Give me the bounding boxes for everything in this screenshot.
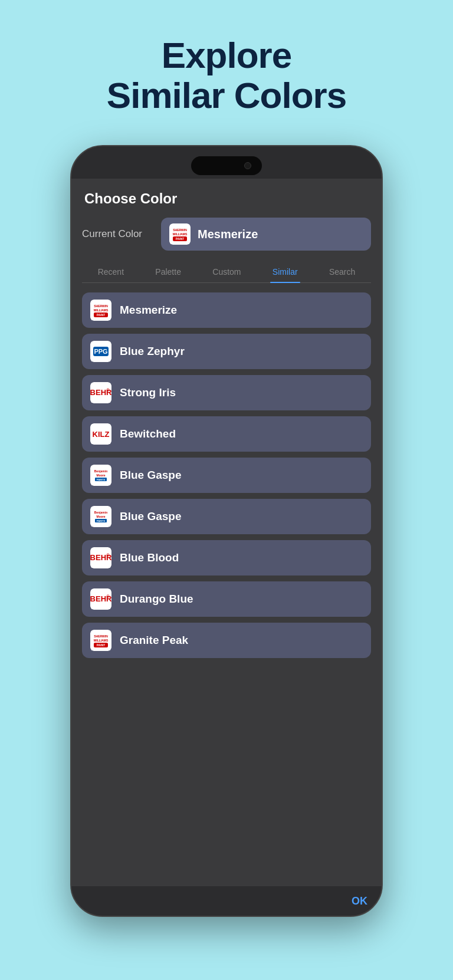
phone-screen: Choose Color Current Color SHERWIN WILLI… xyxy=(71,179,382,886)
ok-button[interactable]: OK xyxy=(352,895,367,907)
tab-recent[interactable]: Recent xyxy=(96,262,126,282)
svg-text:®: ® xyxy=(106,594,110,598)
svg-text:Moore: Moore xyxy=(97,473,106,477)
svg-text:Benjamin: Benjamin xyxy=(94,511,108,514)
page-title: Explore Similar Colors xyxy=(107,35,346,116)
svg-text:Benjamin: Benjamin xyxy=(94,469,108,473)
list-item[interactable]: Benjamin Moore PAINTS Blue Gaspe xyxy=(82,458,371,493)
tabs-row: Recent Palette Custom Similar Search xyxy=(82,262,371,283)
list-item[interactable]: PPG Blue Zephyr xyxy=(82,334,371,369)
tab-similar[interactable]: Similar xyxy=(270,262,300,282)
svg-text:PAINT: PAINT xyxy=(97,313,106,317)
phone-vol-down xyxy=(70,276,71,305)
ppg-logo-icon: PPG xyxy=(90,341,111,362)
behr-logo-icon: BEHR ® xyxy=(90,382,111,403)
phone-vol-up xyxy=(70,241,71,270)
dynamic-island xyxy=(191,156,262,175)
svg-text:KILZ: KILZ xyxy=(93,430,110,439)
color-item-name: Durango Blue xyxy=(120,593,193,606)
svg-text:PAINT: PAINT xyxy=(176,237,185,241)
svg-text:WILLIAMS: WILLIAMS xyxy=(173,232,188,236)
svg-text:®: ® xyxy=(106,388,110,392)
list-item[interactable]: BEHR ® Strong Iris xyxy=(82,375,371,410)
phone-silent-toggle xyxy=(70,217,71,236)
svg-text:SHERWIN: SHERWIN xyxy=(94,634,108,638)
color-item-name: Blue Gaspe xyxy=(120,469,182,482)
list-item[interactable]: KILZ Bewitched xyxy=(82,416,371,452)
current-color-label: Current Color xyxy=(82,228,153,240)
list-item[interactable]: Benjamin Moore PAINTS Blue Gaspe xyxy=(82,499,371,534)
bm-logo-icon-2: Benjamin Moore PAINTS xyxy=(90,506,111,527)
sw-logo-icon: SHERWIN WILLIAMS PAINT xyxy=(169,223,191,245)
phone-bottom-bar: OK xyxy=(71,886,382,916)
color-item-name: Bewitched xyxy=(120,427,176,440)
current-color-chip[interactable]: SHERWIN WILLIAMS PAINT Mesmerize xyxy=(161,218,371,251)
svg-text:Moore: Moore xyxy=(97,515,106,518)
list-item[interactable]: BEHR ® Durango Blue xyxy=(82,581,371,617)
tab-palette[interactable]: Palette xyxy=(153,262,183,282)
phone-power-button xyxy=(382,264,383,311)
current-color-row: Current Color SHERWIN WILLIAMS PAINT Mes… xyxy=(82,218,371,251)
list-item[interactable]: SHERWIN WILLIAMS PAINT Granite Peak xyxy=(82,623,371,658)
svg-text:®: ® xyxy=(106,553,110,557)
svg-text:PAINT: PAINT xyxy=(97,643,106,647)
behr-logo-icon-2: BEHR ® xyxy=(90,547,111,568)
bm-logo-icon: Benjamin Moore PAINTS xyxy=(90,465,111,486)
color-item-name: Blue Gaspe xyxy=(120,510,182,523)
sw-logo-icon: SHERWIN WILLIAMS PAINT xyxy=(90,300,111,321)
color-list: SHERWIN WILLIAMS PAINT Mesmerize PPG Blu… xyxy=(82,292,371,658)
color-item-name: Blue Zephyr xyxy=(120,345,185,358)
svg-text:SHERWIN: SHERWIN xyxy=(94,304,108,308)
behr-logo-icon-3: BEHR ® xyxy=(90,588,111,610)
svg-text:PAINTS: PAINTS xyxy=(97,519,106,522)
svg-text:PAINTS: PAINTS xyxy=(97,478,106,481)
color-item-name: Strong Iris xyxy=(120,386,176,399)
svg-text:WILLIAMS: WILLIAMS xyxy=(94,639,109,642)
sw-logo-icon-2: SHERWIN WILLIAMS PAINT xyxy=(90,630,111,651)
color-item-name: Granite Peak xyxy=(120,634,188,647)
tab-search[interactable]: Search xyxy=(327,262,357,282)
kilz-logo-icon: KILZ xyxy=(90,423,111,445)
current-color-name: Mesmerize xyxy=(198,228,258,241)
color-item-name: Mesmerize xyxy=(120,304,177,317)
list-item[interactable]: SHERWIN WILLIAMS PAINT Mesmerize xyxy=(82,292,371,328)
svg-text:SHERWIN: SHERWIN xyxy=(173,228,187,232)
phone-notch-area xyxy=(71,146,382,179)
color-item-name: Blue Blood xyxy=(120,551,179,564)
tab-custom[interactable]: Custom xyxy=(210,262,243,282)
phone-frame: Choose Color Current Color SHERWIN WILLI… xyxy=(70,145,383,917)
svg-text:PPG: PPG xyxy=(94,348,107,355)
list-item[interactable]: BEHR ® Blue Blood xyxy=(82,540,371,575)
screen-title: Choose Color xyxy=(82,190,371,207)
svg-text:WILLIAMS: WILLIAMS xyxy=(94,308,109,312)
